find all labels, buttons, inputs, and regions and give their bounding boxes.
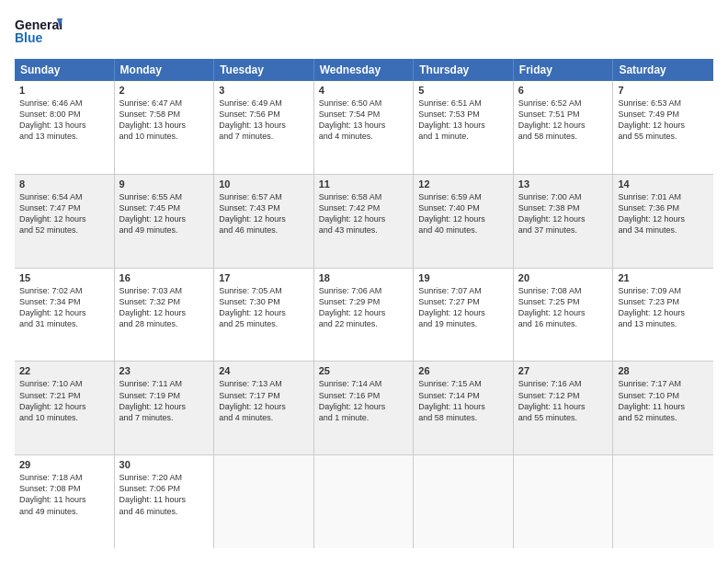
day-header-friday: Friday — [514, 59, 614, 81]
page: General Blue Sunday Monday Tuesday Wedne… — [0, 0, 728, 563]
day-19: 19 Sunrise: 7:07 AMSunset: 7:27 PMDaylig… — [414, 269, 514, 362]
logo-svg: General Blue — [15, 15, 63, 50]
day-20: 20 Sunrise: 7:08 AMSunset: 7:25 PMDaylig… — [514, 269, 614, 362]
day-21: 21 Sunrise: 7:09 AMSunset: 7:23 PMDaylig… — [613, 269, 713, 362]
header: General Blue — [15, 15, 713, 50]
day-6: 6 Sunrise: 6:52 AMSunset: 7:51 PMDayligh… — [514, 81, 614, 174]
week-row-3: 15 Sunrise: 7:02 AMSunset: 7:34 PMDaylig… — [15, 269, 713, 362]
day-16: 16 Sunrise: 7:03 AMSunset: 7:32 PMDaylig… — [115, 269, 215, 362]
day-12: 12 Sunrise: 6:59 AMSunset: 7:40 PMDaylig… — [414, 175, 514, 268]
day-17: 17 Sunrise: 7:05 AMSunset: 7:30 PMDaylig… — [214, 269, 314, 362]
day-14: 14 Sunrise: 7:01 AMSunset: 7:36 PMDaylig… — [613, 175, 713, 268]
day-26: 26 Sunrise: 7:15 AMSunset: 7:14 PMDaylig… — [414, 362, 514, 454]
week-row-4: 22 Sunrise: 7:10 AMSunset: 7:21 PMDaylig… — [15, 362, 713, 455]
calendar-header: Sunday Monday Tuesday Wednesday Thursday… — [15, 59, 713, 81]
day-5: 5 Sunrise: 6:51 AMSunset: 7:53 PMDayligh… — [414, 81, 514, 174]
day-2: 2 Sunrise: 6:47 AMSunset: 7:58 PMDayligh… — [115, 81, 215, 174]
day-header-tuesday: Tuesday — [214, 59, 314, 81]
week-row-2: 8 Sunrise: 6:54 AMSunset: 7:47 PMDayligh… — [15, 175, 713, 269]
day-22: 22 Sunrise: 7:10 AMSunset: 7:21 PMDaylig… — [15, 362, 115, 454]
day-10: 10 Sunrise: 6:57 AMSunset: 7:43 PMDaylig… — [214, 175, 314, 268]
day-header-thursday: Thursday — [414, 59, 514, 81]
empty-4 — [514, 455, 614, 548]
logo: General Blue — [15, 15, 63, 50]
svg-text:Blue: Blue — [15, 30, 43, 45]
week-row-1: 1 Sunrise: 6:46 AMSunset: 8:00 PMDayligh… — [15, 81, 713, 175]
empty-5 — [613, 455, 713, 548]
calendar: Sunday Monday Tuesday Wednesday Thursday… — [15, 59, 713, 548]
day-28: 28 Sunrise: 7:17 AMSunset: 7:10 PMDaylig… — [613, 362, 713, 454]
day-7: 7 Sunrise: 6:53 AMSunset: 7:49 PMDayligh… — [613, 81, 713, 174]
day-4: 4 Sunrise: 6:50 AMSunset: 7:54 PMDayligh… — [314, 81, 415, 174]
day-25: 25 Sunrise: 7:14 AMSunset: 7:16 PMDaylig… — [314, 362, 415, 454]
day-29: 29 Sunrise: 7:18 AMSunset: 7:08 PMDaylig… — [15, 455, 115, 548]
day-18: 18 Sunrise: 7:06 AMSunset: 7:29 PMDaylig… — [314, 269, 415, 362]
day-27: 27 Sunrise: 7:16 AMSunset: 7:12 PMDaylig… — [514, 362, 614, 454]
empty-2 — [314, 455, 415, 548]
day-header-wednesday: Wednesday — [314, 59, 415, 81]
day-header-saturday: Saturday — [613, 59, 713, 81]
day-header-monday: Monday — [115, 59, 215, 81]
day-15: 15 Sunrise: 7:02 AMSunset: 7:34 PMDaylig… — [15, 269, 115, 362]
day-9: 9 Sunrise: 6:55 AMSunset: 7:45 PMDayligh… — [115, 175, 215, 268]
day-11: 11 Sunrise: 6:58 AMSunset: 7:42 PMDaylig… — [314, 175, 415, 268]
day-23: 23 Sunrise: 7:11 AMSunset: 7:19 PMDaylig… — [115, 362, 215, 454]
day-24: 24 Sunrise: 7:13 AMSunset: 7:17 PMDaylig… — [214, 362, 314, 454]
day-1: 1 Sunrise: 6:46 AMSunset: 8:00 PMDayligh… — [15, 81, 115, 174]
day-header-sunday: Sunday — [15, 59, 115, 81]
day-13: 13 Sunrise: 7:00 AMSunset: 7:38 PMDaylig… — [514, 175, 614, 268]
calendar-body: 1 Sunrise: 6:46 AMSunset: 8:00 PMDayligh… — [15, 81, 713, 548]
day-8: 8 Sunrise: 6:54 AMSunset: 7:47 PMDayligh… — [15, 175, 115, 268]
day-30: 30 Sunrise: 7:20 AMSunset: 7:06 PMDaylig… — [115, 455, 215, 548]
day-3: 3 Sunrise: 6:49 AMSunset: 7:56 PMDayligh… — [214, 81, 314, 174]
empty-1 — [214, 455, 314, 548]
week-row-5: 29 Sunrise: 7:18 AMSunset: 7:08 PMDaylig… — [15, 455, 713, 548]
empty-3 — [414, 455, 514, 548]
